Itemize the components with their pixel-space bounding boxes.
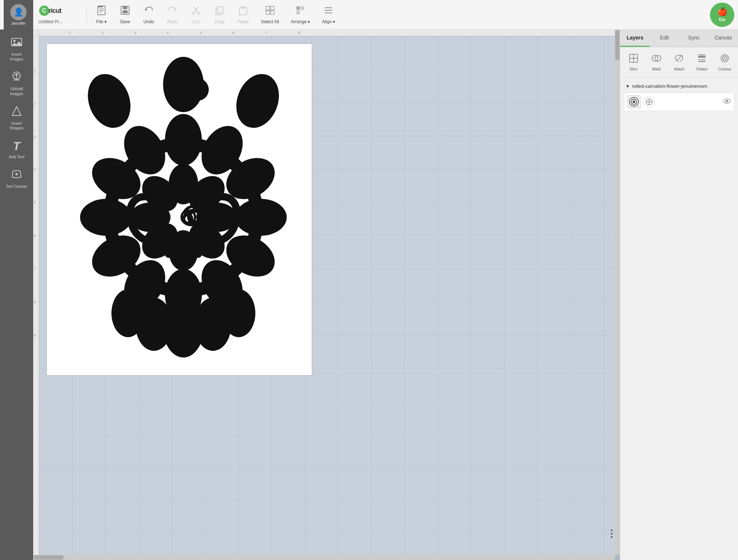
svg-point-79 [633,101,635,103]
toolbar: 👤 Jennifer C ricut Untitled Pr... File ▾… [0,0,738,30]
go-label: Go [719,17,725,22]
svg-rect-9 [123,6,127,9]
layer-action-icon[interactable] [644,96,655,107]
attach-label: Attach [674,67,684,71]
ruler-v-2: 2 [34,102,36,106]
ruler-v-5: 5 [34,201,36,204]
svg-point-63 [111,289,145,337]
paste-icon [238,5,248,18]
dot-2 [611,533,613,535]
svg-text:ricut: ricut [49,7,62,14]
layer-tool-slice[interactable]: Slice [623,51,644,73]
svg-rect-71 [698,59,706,61]
canvas-scroll-vertical[interactable] [615,30,620,555]
layer-group-header[interactable]: ▼ rolled-carnation-flower-jenuinemom [624,81,734,91]
save-button[interactable]: Save [114,2,136,28]
sidebar-item-insert-shapes[interactable]: InsertShapes [1,101,32,134]
left-sidebar: InsertImages UploadImages InsertShapes T… [0,30,33,560]
redo-button[interactable]: Redo [161,2,183,28]
scroll-handle-h[interactable] [34,555,63,560]
align-label: Align ▾ [322,19,335,24]
sidebar-item-set-canvas[interactable]: Set Canvas [1,165,32,193]
sidebar-item-upload-images[interactable]: UploadImages [1,67,32,100]
svg-rect-10 [123,10,128,13]
weld-label: Weld [652,67,661,71]
set-canvas-label: Set Canvas [6,184,27,189]
flower-design-svg[interactable] [51,55,316,372]
save-label: Save [120,19,130,24]
user-avatar[interactable]: 👤 Jennifer [4,0,33,30]
attach-icon [674,53,684,66]
save-icon [120,5,130,18]
ruler-h-6: 6 [232,31,234,35]
layer-tool-contour[interactable]: Contour [714,51,735,73]
svg-point-35 [15,173,18,175]
layer-item[interactable] [624,93,734,111]
ruler-vertical: 1 2 3 4 5 6 7 8 9 [33,36,39,555]
svg-point-64 [222,289,255,337]
sidebar-item-insert-images[interactable]: InsertImages [1,32,32,65]
layer-tool-flatten[interactable]: Flatten [692,51,712,73]
svg-rect-19 [266,6,270,10]
contour-label: Contour [718,67,731,71]
select-all-button[interactable]: Select All [256,2,284,28]
ruler-h-2: 2 [102,31,104,35]
project-name: Untitled Pr... [38,19,62,24]
main-layout: InsertImages UploadImages InsertShapes T… [0,30,738,560]
dot-3 [611,536,613,538]
undo-button[interactable]: Undo [138,2,160,28]
paste-label: Paste [238,19,249,24]
layer-tools: Slice Weld Attach Flatt [620,47,738,77]
layer-tool-weld[interactable]: Weld [646,51,667,73]
svg-point-48 [165,114,202,166]
cut-button[interactable]: Cut [185,2,207,28]
arrange-button[interactable]: Arrange ▾ [286,2,315,28]
tab-sync[interactable]: Sync [679,30,709,47]
logo-text: C ricut [38,5,79,19]
ruler-h-3: 3 [134,31,136,35]
go-button[interactable]: 🍎 Go [710,3,734,27]
upload-images-label: UploadImages [10,86,23,96]
align-icon [323,5,334,18]
svg-rect-70 [698,56,706,58]
flatten-icon [697,53,707,66]
sidebar-item-add-text[interactable]: T Add Text [1,136,32,163]
svg-point-51 [235,199,287,236]
layer-thumbnail [627,95,641,108]
file-icon [96,5,107,18]
ruler-v-1: 1 [34,69,36,73]
set-canvas-icon [11,168,23,183]
paste-button[interactable]: Paste [232,2,254,28]
copy-button[interactable]: Copy [208,2,231,28]
layer-tool-attach[interactable]: Attach [669,51,690,73]
svg-rect-16 [217,7,223,13]
add-text-icon: T [13,139,20,153]
redo-icon [167,5,177,18]
insert-images-label: InsertImages [10,52,23,62]
scroll-handle-v[interactable] [615,30,620,60]
arrange-icon [295,5,306,18]
layer-group-name: rolled-carnation-flower-jenuinemom [632,83,707,89]
ruler-h-1: 1 [69,31,70,35]
align-button[interactable]: Align ▾ [317,2,340,28]
slice-label: Slice [630,67,638,71]
svg-rect-25 [296,11,300,14]
tab-canvas[interactable]: Canvas [708,30,738,47]
canvas-work[interactable] [39,36,615,555]
canvas-area[interactable]: 1 2 3 4 5 6 7 8 1 2 3 4 5 6 7 8 9 [33,30,620,560]
svg-rect-73 [698,61,706,62]
right-panel: Layers Edit Sync Canvas Slice Weld [620,30,738,560]
cut-label: Cut [193,19,200,24]
canvas-scroll-horizontal[interactable] [33,555,615,560]
tab-edit[interactable]: Edit [650,30,679,47]
three-dots-menu[interactable] [611,529,613,538]
svg-point-84 [726,100,728,102]
tab-layers[interactable]: Layers [620,30,650,47]
ruler-v-6: 6 [34,234,36,238]
file-button[interactable]: File ▾ [90,2,113,28]
ruler-v-8: 8 [34,300,36,304]
svg-rect-24 [301,6,304,10]
svg-rect-20 [270,6,274,10]
layer-visibility-toggle[interactable] [723,97,731,107]
arrange-label: Arrange ▾ [291,19,310,24]
